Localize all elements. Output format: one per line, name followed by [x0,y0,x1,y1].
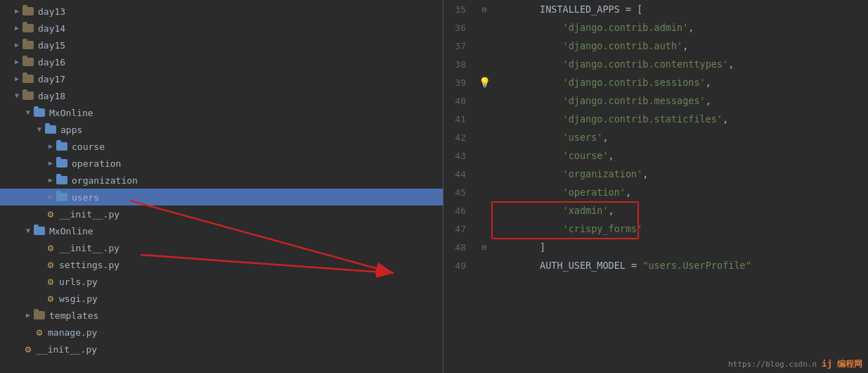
tree-label: day17 [38,74,65,84]
arrow-icon [11,56,22,68]
watermark-url: https://blog.csdn.n [728,360,817,369]
arrow-icon [22,310,34,321]
line-number: 39 [443,77,477,88]
tree-item-day15[interactable]: day15 [0,37,443,53]
python-file-icon: ⚙ [45,208,56,220]
python-file-icon: ⚙ [45,259,56,270]
folder-icon [56,175,69,185]
tree-label: MxOnline [49,108,93,118]
line-gutter: ⊟ [477,243,491,252]
watermark-suffix: 编程网 [837,359,862,369]
arrow-icon [34,124,45,135]
tree-item-wsgi[interactable]: ⚙ wsgi.py [0,290,443,307]
tree-item-day16[interactable]: day16 [0,53,443,70]
fold-icon: ⊟ [482,5,487,14]
tree-item-urls[interactable]: ⚙ urls.py [0,273,443,290]
line-number: 40 [443,96,477,106]
arrow-icon [45,175,56,186]
tree-item-mxonline1[interactable]: MxOnline [0,104,443,121]
arrow-icon [22,225,34,236]
tree-label: __init__.py [37,344,97,355]
line-number: 42 [443,132,477,143]
tree-item-settings[interactable]: ⚙ settings.py [0,256,443,273]
line-number: 43 [443,151,477,161]
tree-item-mxonline2[interactable]: MxOnline [0,222,443,239]
tree-label: apps [60,125,82,135]
tree-item-course[interactable]: course [0,138,443,155]
line-gutter: 💡 [477,77,491,88]
arrow-icon [11,23,22,34]
line-number: 38 [443,59,477,70]
tree-label: day15 [38,40,65,51]
tree-item-init-mxonline[interactable]: ⚙ __init__.py [0,239,443,256]
line-gutter: ⊟ [477,5,491,14]
tree-label: wsgi.py [59,293,98,304]
tree-item-operation[interactable]: operation [0,155,443,172]
tree-label: day14 [38,23,65,34]
line-number: 44 [443,169,477,179]
folder-icon [22,91,35,101]
line-number: 36 [443,23,477,33]
folder-icon [56,158,69,168]
python-file-icon: ⚙ [45,242,56,253]
tree-item-day13[interactable]: day13 [0,3,443,20]
folder-icon [22,57,35,67]
python-file-icon: ⚙ [45,293,56,304]
code-line-49: 49 AUTH_USER_MODEL = "users.UserProfile" [443,256,868,274]
tree-label: day16 [38,57,65,68]
tree-item-init-apps[interactable]: ⚙ __init__.py [0,206,443,222]
python-file-icon: ⚙ [45,276,56,287]
watermark: https://blog.csdn.n ij 编程网 [728,358,862,370]
tree-item-templates[interactable]: templates [0,307,443,324]
tree-label: users [72,192,99,203]
folder-icon [22,74,35,84]
line-number: 47 [443,224,477,234]
tree-item-users[interactable]: users [0,189,443,206]
tree-label: templates [49,310,98,321]
arrow-icon [11,6,22,17]
folder-icon [56,141,69,151]
folder-icon [34,226,46,236]
line-number: 35 [443,4,477,15]
line-number: 49 [443,260,477,271]
fold-close-icon: ⊟ [482,243,487,252]
folder-icon [22,6,35,16]
tree-label: day13 [38,6,65,17]
file-tree-panel: day13 day14 day15 day16 day17 day18 MxOn… [0,0,443,373]
tree-item-manage[interactable]: ⚙ manage.py [0,324,443,341]
arrow-icon [22,107,34,118]
tree-item-day17[interactable]: day17 [0,70,443,87]
tree-label: course [72,141,105,152]
tree-label: settings.py [59,260,119,270]
arrow-icon [45,158,56,169]
tree-label: day18 [38,91,65,101]
tree-label: operation [72,158,121,169]
python-file-icon: ⚙ [22,343,34,355]
arrow-icon [45,141,56,152]
line-number: 37 [443,41,477,51]
tree-item-apps[interactable]: apps [0,121,443,138]
line-number: 45 [443,187,477,198]
arrow-icon [11,39,22,51]
tree-item-organization[interactable]: organization [0,172,443,189]
tree-label: __init__.py [59,209,119,220]
code-content: 35 ⊟ INSTALLED_APPS = [ 36 'django.contr… [443,0,868,274]
tree-item-day18[interactable]: day18 [0,87,443,104]
lightbulb-icon: 💡 [479,77,491,88]
line-number: 48 [443,242,477,253]
tree-label: __init__.py [59,243,119,253]
folder-icon [34,108,46,118]
arrow-icon [11,73,22,84]
line-content: AUTH_USER_MODEL = "users.UserProfile" [491,248,868,282]
code-editor-panel: 35 ⊟ INSTALLED_APPS = [ 36 'django.contr… [443,0,868,373]
folder-icon [22,40,35,50]
tree-item-init-root[interactable]: ⚙ __init__.py [0,341,443,358]
arrow-icon [11,90,22,101]
folder-icon [45,125,58,134]
tree-item-day14[interactable]: day14 [0,20,443,37]
tree-label: MxOnline [49,226,93,236]
folder-icon [34,310,46,320]
line-number: 41 [443,114,477,125]
tree-label: organization [72,175,138,186]
tree-label: urls.py [59,277,98,287]
